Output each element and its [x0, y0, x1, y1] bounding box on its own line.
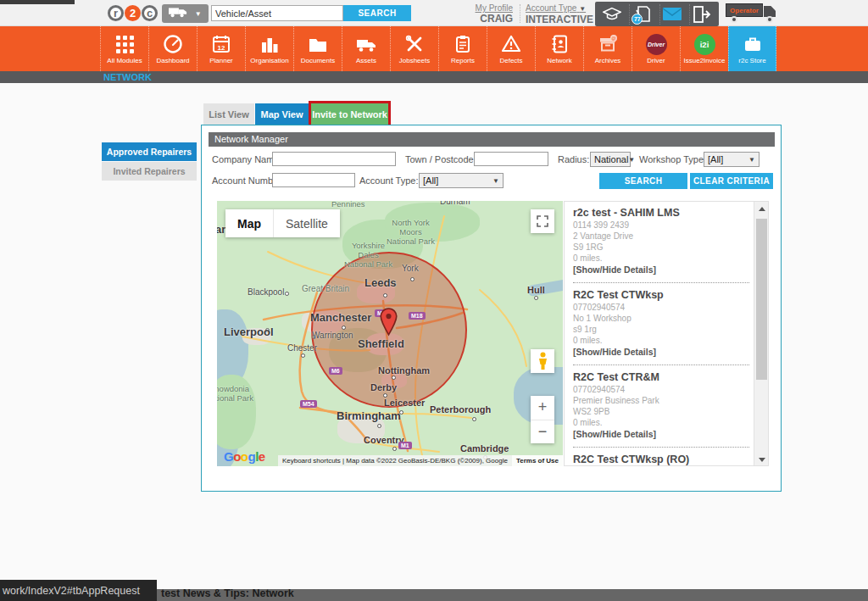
map-label: Leeds	[364, 276, 397, 289]
messages-button[interactable]	[659, 4, 685, 25]
map-label: Derby	[370, 382, 397, 392]
account-number-input[interactable]	[272, 173, 355, 187]
repairer-miles: 0 miles.	[573, 417, 749, 428]
motorway-badge: M54	[300, 400, 317, 408]
ribbon-module-button[interactable]: Defects	[487, 26, 535, 71]
tab-list-view[interactable]: List View	[203, 103, 254, 125]
radius-select[interactable]: National▼	[590, 152, 631, 167]
search-button[interactable]: SEARCH	[599, 173, 687, 189]
list-separator	[573, 282, 749, 283]
notifications-button[interactable]: 77	[629, 4, 654, 25]
map-type-satellite-button[interactable]: Satellite	[273, 209, 340, 237]
operator-label: Operator	[726, 3, 763, 17]
ribbon-module-button[interactable]: Documents	[293, 26, 342, 71]
vehicle-asset-search-input[interactable]	[211, 5, 343, 21]
module-label: Archives	[595, 57, 621, 64]
city-dot	[377, 424, 381, 428]
ribbon-module-button[interactable]: Jobsheets	[390, 26, 438, 71]
map-label: Birmingham	[337, 409, 401, 422]
map-label: Blackpool	[248, 287, 284, 297]
module-label: Dashboard	[156, 57, 189, 64]
ribbon-module-button[interactable]: Driver Driver	[632, 26, 680, 71]
ribbon-module-button[interactable]: r2c Store	[728, 26, 776, 71]
city-dot	[392, 376, 396, 380]
zoom-in-button[interactable]: +	[531, 396, 554, 420]
repairer-name: R2C Test CTWksp	[573, 289, 749, 302]
header-search-button[interactable]: SEARCH	[343, 5, 411, 21]
repairer-name: R2C Test CTWksp (RO)	[573, 454, 749, 466]
repairer-address: Premier Business Park	[573, 395, 749, 406]
scrollbar-thumb[interactable]	[756, 219, 767, 380]
ribbon-module-button[interactable]: Reports	[438, 26, 487, 71]
sidebar-item-invited-repairers[interactable]: Invited Repairers	[102, 162, 197, 181]
account-type[interactable]: Account Type ▼ INTERACTIVE	[526, 3, 592, 25]
show-hide-details-link[interactable]: [Show/Hide Details]	[573, 264, 749, 275]
account-type-select[interactable]: [All]▼	[419, 173, 504, 188]
map-type-map-button[interactable]: Map	[225, 209, 273, 237]
attribution-text[interactable]: Keyboard shortcuts | Map data ©2022 GeoB…	[278, 455, 512, 466]
asset-type-dropdown[interactable]: ▼	[162, 4, 209, 23]
my-profile-value: CRAIG	[458, 14, 513, 24]
tab-invite-to-network[interactable]: Invite to Network	[311, 103, 388, 125]
logo-letter: r	[108, 5, 124, 21]
logout-button[interactable]	[689, 4, 715, 25]
company-name-input[interactable]	[272, 152, 396, 166]
module-icon: i2i	[693, 33, 715, 55]
city-dot	[301, 353, 305, 358]
repairer-list-item[interactable]: r2c test - SAHIM LMS 0114 399 2439 2 Van…	[573, 207, 749, 283]
results-scrollbar[interactable]	[754, 202, 768, 466]
module-label: Documents	[301, 57, 335, 64]
repairer-list-item[interactable]: R2C Test CTWksp (RO) 07702940574 Ludford…	[573, 454, 749, 466]
account-type-label: Account Type	[526, 3, 576, 13]
repairer-miles: 0 miles.	[573, 335, 749, 346]
module-icon	[259, 33, 281, 55]
ribbon-module-button[interactable]: All Modules	[100, 26, 148, 71]
repairer-address: 2 Vantage Drive	[573, 231, 749, 242]
module-icon	[548, 33, 570, 55]
ribbon-module-button[interactable]: Organisation	[245, 26, 293, 71]
scroll-down-button[interactable]	[754, 453, 769, 466]
zoom-out-button[interactable]: −	[531, 420, 554, 444]
repairer-list-item[interactable]: R2C Test CTWksp 07702940574 No 1 Worksho…	[573, 289, 749, 365]
show-hide-details-link[interactable]: [Show/Hide Details]	[573, 428, 749, 440]
envelope-icon	[662, 7, 682, 21]
training-button[interactable]	[599, 4, 625, 25]
repairer-list-item[interactable]: R2C Test CTR&M 07702940574 Premier Busin…	[573, 371, 749, 448]
town-postcode-input[interactable]	[474, 152, 548, 166]
town-postcode-label: Town / Postcode:	[405, 152, 476, 167]
city-dot	[342, 326, 346, 330]
map-label: Manchester	[310, 311, 371, 324]
breadcrumb: NETWORK	[103, 71, 152, 83]
google-map[interactable]: PenninesDurhamNorth York Moors National …	[217, 201, 563, 466]
news-ticker-text[interactable]: test News & Tips: Network	[161, 587, 294, 599]
top-strip	[0, 0, 75, 4]
map-label: Warrington	[312, 331, 353, 340]
sidebar-item-approved-repairers[interactable]: Approved Repairers	[102, 142, 197, 161]
terms-of-use-link[interactable]: Terms of Use	[512, 455, 563, 466]
map-label: Hull	[527, 285, 545, 295]
tab-map-view[interactable]: Map View	[255, 103, 309, 125]
my-profile[interactable]: My Profile CRAIG	[458, 3, 513, 24]
module-label: Issue2Invoice	[684, 57, 726, 64]
logo-letter: c	[142, 5, 158, 21]
map-label: Peterborough	[430, 404, 491, 415]
repairer-name: R2C Test CTR&M	[573, 371, 749, 384]
module-ribbon: All Modules Dashboard 12 Planner Organis…	[0, 26, 868, 71]
ribbon-module-button[interactable]: i2i Issue2Invoice	[680, 26, 728, 71]
scroll-up-button[interactable]	[754, 202, 769, 216]
ribbon-module-button[interactable]: 12 Planner	[197, 26, 245, 71]
clear-criteria-button[interactable]: CLEAR CRITERIA	[690, 173, 773, 189]
operator-mode-badge[interactable]: Operator	[726, 3, 785, 25]
motorway-badge: M18	[409, 312, 426, 320]
module-icon	[307, 33, 329, 55]
ribbon-module-button[interactable]: Assets	[342, 26, 390, 71]
map-label: Nottingham	[378, 365, 430, 376]
ribbon-module-button[interactable]: Dashboard	[148, 26, 197, 71]
show-hide-details-link[interactable]: [Show/Hide Details]	[573, 346, 749, 358]
fullscreen-button[interactable]	[531, 209, 554, 233]
ribbon-module-button[interactable]: @ Archives	[583, 26, 632, 71]
workshop-type-select[interactable]: [All]▼	[704, 152, 760, 167]
street-view-pegman[interactable]	[531, 349, 554, 373]
ribbon-module-button[interactable]: Network	[535, 26, 583, 71]
module-label: Reports	[451, 57, 475, 64]
